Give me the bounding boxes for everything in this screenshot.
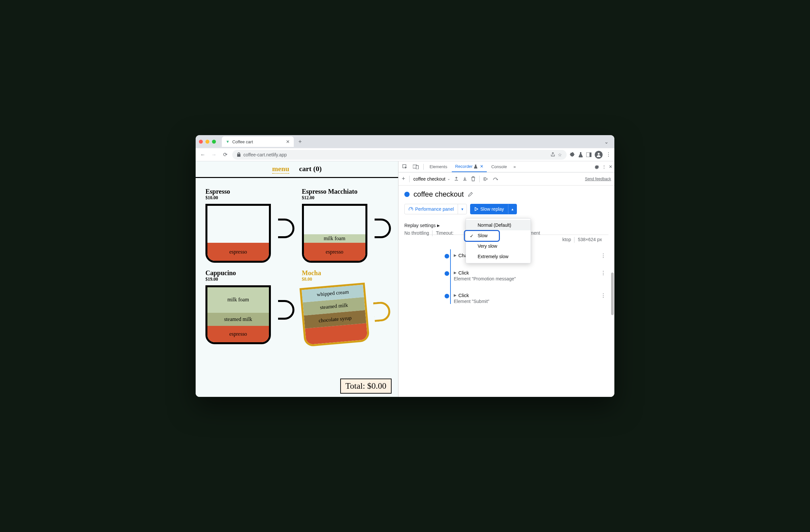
nav-link-menu[interactable]: menu xyxy=(272,165,290,174)
edit-icon[interactable] xyxy=(468,192,473,197)
step-menu-icon[interactable]: ⋮ xyxy=(601,292,609,304)
devtools-menu-icon[interactable]: ⋮ xyxy=(602,164,606,169)
menu-grid: Espresso $10.00 espresso Espresso Macchi… xyxy=(196,178,398,351)
share-icon[interactable] xyxy=(551,152,555,157)
layer-steamed-milk: steamed milk xyxy=(207,313,269,326)
item-name: Espresso Macchiato xyxy=(302,188,389,195)
cup-handle xyxy=(375,219,391,238)
extensions-icon[interactable] xyxy=(570,152,575,157)
gauge-icon xyxy=(409,207,413,211)
tab-console[interactable]: Console xyxy=(488,161,511,172)
address-bar[interactable]: coffee-cart.netlify.app ☆ xyxy=(232,150,567,160)
step-dot xyxy=(444,254,449,258)
labs-icon[interactable] xyxy=(578,152,583,157)
button-label: Slow replay xyxy=(480,207,504,212)
recording-title-row: coffee checkout xyxy=(404,190,609,198)
layer-espresso: espresso xyxy=(207,243,269,261)
recorder-actions xyxy=(454,176,475,181)
dropdown-caret-icon[interactable]: ▼ xyxy=(458,204,467,214)
recording-selector[interactable]: coffee checkout ⌄ xyxy=(414,176,451,181)
menu-item-espresso-macchiato[interactable]: Espresso Macchiato $12.00 espresso milk … xyxy=(302,188,389,263)
svg-point-2 xyxy=(598,153,600,155)
more-tabs-icon[interactable]: » xyxy=(511,164,518,169)
tab-strip: ▼ Coffee cart ✕ + ⌄ xyxy=(196,135,614,148)
recording-title: coffee checkout xyxy=(414,190,464,198)
step-item[interactable]: ▶Click Element "Submit" ⋮ xyxy=(447,292,609,304)
devtools-tabs: Elements Recorder ✕ Console » ⋮ ✕ xyxy=(399,161,614,173)
cup-graphic: chocolate syrup steamed milk whipped cre… xyxy=(302,285,380,344)
import-icon[interactable] xyxy=(463,176,467,181)
menu-item-espresso[interactable]: Espresso $10.00 espresso xyxy=(206,188,292,263)
reload-button[interactable]: ⟳ xyxy=(221,151,229,158)
profile-avatar[interactable] xyxy=(595,151,603,159)
browser-chrome: ▼ Coffee cart ✕ + ⌄ ← → ⟳ coffee-cart.ne… xyxy=(196,135,614,161)
step-dot xyxy=(444,294,449,299)
cup-graphic: espresso milk foam xyxy=(302,204,380,263)
step-item[interactable]: ▶Click Element "Promotion message" ⋮ xyxy=(447,270,609,281)
cup-graphic: espresso xyxy=(206,204,284,263)
total-badge[interactable]: Total: $0.00 xyxy=(340,378,392,393)
step-over-icon[interactable] xyxy=(484,177,489,181)
forward-button[interactable]: → xyxy=(210,152,218,158)
tab-recorder[interactable]: Recorder ✕ xyxy=(452,161,486,172)
step-menu-icon[interactable]: ⋮ xyxy=(601,253,609,259)
maximize-window-button[interactable] xyxy=(212,140,216,144)
recording-status-dot xyxy=(404,192,409,197)
layer-espresso: espresso xyxy=(207,326,269,342)
tab-list-button[interactable]: ⌄ xyxy=(604,139,611,145)
chevron-right-icon: ▶ xyxy=(437,224,440,228)
chrome-menu-icon[interactable]: ⋮ xyxy=(606,151,611,158)
close-window-button[interactable] xyxy=(199,140,203,144)
speed-option-very-slow[interactable]: Very slow xyxy=(466,241,531,251)
layer-espresso: espresso xyxy=(304,243,366,261)
minimize-window-button[interactable] xyxy=(206,140,209,144)
chevron-down-icon: ⌄ xyxy=(447,177,450,181)
recorder-body: coffee checkout Performance panel ▼ xyxy=(399,186,614,397)
expand-icon[interactable]: ▶ xyxy=(454,293,456,297)
inspect-element-icon[interactable] xyxy=(401,164,409,170)
menu-item-mocha[interactable]: Mocha $8.00 chocolate syrup steamed milk… xyxy=(302,269,389,344)
item-name: Cappucino xyxy=(206,269,292,277)
play-icon xyxy=(474,207,478,211)
recording-selector-label: coffee checkout xyxy=(414,176,446,181)
nav-link-cart[interactable]: cart (0) xyxy=(299,165,322,174)
back-button[interactable]: ← xyxy=(199,152,207,158)
replay-button[interactable]: Slow replay ▲ xyxy=(470,204,517,214)
step-menu-icon[interactable]: ⋮ xyxy=(601,270,609,281)
close-tab-icon[interactable]: ✕ xyxy=(480,164,484,169)
tab-elements[interactable]: Elements xyxy=(426,161,451,172)
device-toolbar-icon[interactable] xyxy=(411,165,421,169)
bookmark-icon[interactable]: ☆ xyxy=(558,152,562,157)
lock-icon xyxy=(237,152,241,157)
close-devtools-icon[interactable]: ✕ xyxy=(609,164,612,169)
new-tab-button[interactable]: + xyxy=(296,139,304,145)
url-text: coffee-cart.netlify.app xyxy=(243,152,287,157)
settings-icon[interactable] xyxy=(594,164,599,170)
speed-option-normal[interactable]: Normal (Default) xyxy=(466,220,531,230)
close-tab-icon[interactable]: ✕ xyxy=(286,139,290,144)
vue-favicon-icon: ▼ xyxy=(226,139,230,144)
speed-option-slow[interactable]: ✓ Slow xyxy=(466,230,531,241)
cup-graphic: espresso steamed milk milk foam xyxy=(206,285,284,344)
continue-icon[interactable] xyxy=(493,177,499,181)
speed-option-extremely-slow[interactable]: Extremely slow xyxy=(466,251,531,262)
new-recording-button[interactable]: + xyxy=(402,175,405,182)
browser-window: ▼ Coffee cart ✕ + ⌄ ← → ⟳ coffee-cart.ne… xyxy=(196,135,614,397)
expand-icon[interactable]: ▶ xyxy=(454,271,456,275)
step-controls xyxy=(484,177,499,181)
dropdown-caret-icon[interactable]: ▲ xyxy=(508,204,517,214)
replay-settings-label[interactable]: Replay settings ▶ xyxy=(404,223,440,228)
menu-item-cappucino[interactable]: Cappucino $19.00 espresso steamed milk m… xyxy=(206,269,292,344)
performance-panel-button[interactable]: Performance panel ▼ xyxy=(404,204,467,214)
tab-title: Coffee cart xyxy=(232,139,253,144)
send-feedback-link[interactable]: Send feedback xyxy=(585,177,611,181)
expand-icon[interactable]: ▶ xyxy=(454,253,456,258)
delete-icon[interactable] xyxy=(471,176,475,181)
browser-tab[interactable]: ▼ Coffee cart ✕ xyxy=(222,136,294,147)
export-icon[interactable] xyxy=(454,176,459,181)
check-icon: ✓ xyxy=(470,233,474,239)
scrollbar-thumb[interactable] xyxy=(611,273,614,315)
svg-rect-1 xyxy=(589,152,592,157)
side-panel-icon[interactable] xyxy=(586,152,592,157)
svg-rect-5 xyxy=(416,165,418,169)
